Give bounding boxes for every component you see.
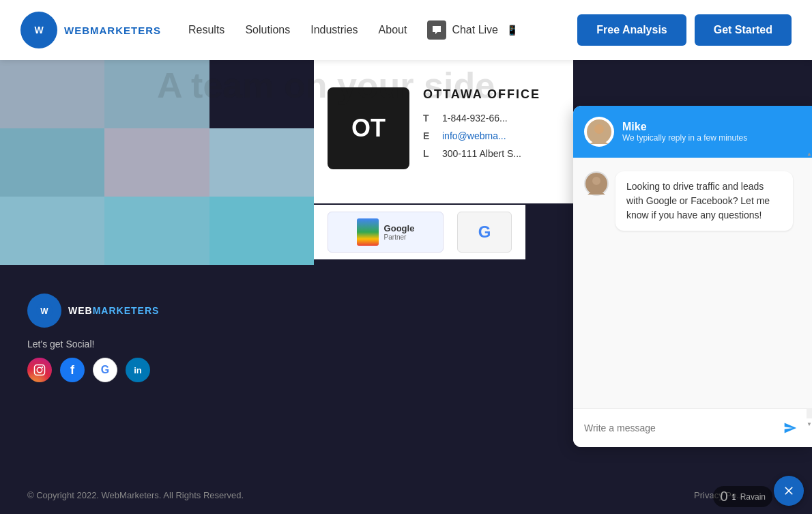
- email-value[interactable]: info@webma...: [442, 130, 506, 141]
- svg-point-6: [42, 367, 43, 368]
- footer-logo-icon: W: [27, 294, 61, 328]
- team-photo-3: [0, 128, 104, 197]
- office-address-row: L 300-111 Albert S...: [423, 148, 540, 159]
- nav-solutions[interactable]: Solutions: [245, 24, 290, 36]
- footer-logo-text: WEBMARKETERS: [68, 305, 159, 316]
- phone-value: 1-844-932-66...: [442, 113, 508, 124]
- google-partner-badge: Google Partner: [328, 212, 444, 253]
- address-label: L: [423, 148, 434, 159]
- google-review-badge: G: [457, 212, 512, 253]
- chat-message-bubble: Looking to drive traffic and leads with …: [615, 171, 793, 231]
- facebook-icon[interactable]: f: [60, 358, 85, 382]
- chat-icon: [427, 20, 446, 40]
- address-value: 300-111 Albert S...: [442, 148, 521, 159]
- svg-text:W: W: [34, 25, 44, 35]
- nav-about[interactable]: About: [379, 24, 407, 36]
- free-analysis-button[interactable]: Free Analysis: [577, 14, 686, 46]
- navbar: W WEBMARKETERS Results Solutions Industr…: [0, 0, 812, 60]
- team-photo-1: [0, 60, 104, 128]
- chat-minimize-button[interactable]: [774, 476, 804, 506]
- chat-widget: Mike We typically reply in a few minutes…: [573, 106, 812, 447]
- mobile-icon: 📱: [506, 25, 518, 35]
- team-photo-8: [209, 197, 314, 265]
- logo-area[interactable]: W WEBMARKETERS: [20, 12, 161, 48]
- chat-footer: [573, 408, 812, 447]
- team-photo-2: [104, 60, 209, 128]
- team-grid: [0, 60, 314, 265]
- phone-label: T: [423, 113, 434, 124]
- logo-text: WEBMARKETERS: [64, 25, 161, 36]
- chat-send-button[interactable]: [779, 417, 801, 439]
- chat-header: Mike We typically reply in a few minutes: [573, 106, 812, 158]
- chat-live-button[interactable]: Chat Live 📱: [427, 20, 518, 40]
- nav-results[interactable]: Results: [188, 24, 224, 36]
- email-label: E: [423, 130, 434, 141]
- chat-body: Looking to drive traffic and leads with …: [573, 158, 812, 408]
- chat-agent-avatar: [584, 117, 614, 147]
- instagram-icon[interactable]: [27, 358, 52, 382]
- office-section: OT OTTAWA OFFICE T 1-844-932-66... E inf…: [314, 60, 573, 203]
- get-started-button[interactable]: Get Started: [695, 14, 792, 46]
- team-photo-7: [104, 197, 209, 265]
- office-info: T 1-844-932-66... E info@webma... L 300-…: [423, 113, 540, 159]
- google-partner-icon: [357, 218, 379, 246]
- svg-point-5: [37, 367, 42, 373]
- logo-icon: W: [20, 12, 57, 48]
- office-email-row: E info@webma...: [423, 130, 540, 141]
- ravain-badge: 0 1 Ravain: [713, 486, 772, 507]
- partners-section: Google Partner G: [314, 205, 525, 259]
- office-title: OTTAWA OFFICE: [423, 87, 540, 102]
- linkedin-icon[interactable]: in: [126, 358, 150, 382]
- office-initials: OT: [328, 87, 409, 169]
- google-partner-label: Google: [384, 223, 415, 233]
- google-partner-sub: Partner: [384, 233, 415, 241]
- svg-point-10: [592, 177, 600, 185]
- scroll-down-arrow[interactable]: ▼: [807, 418, 812, 429]
- office-phone-row: T 1-844-932-66...: [423, 113, 540, 124]
- copyright: © Copyright 2022. WebMarketers. All Righ…: [27, 490, 244, 500]
- nav-links: Results Solutions Industries About Chat …: [188, 20, 577, 40]
- svg-rect-4: [35, 365, 45, 375]
- nav-industries[interactable]: Industries: [310, 24, 358, 36]
- svg-text:W: W: [40, 306, 48, 316]
- chat-message-input[interactable]: [584, 423, 772, 433]
- team-photo-4: [104, 128, 209, 197]
- chat-agent-status: We typically reply in a few minutes: [622, 133, 747, 143]
- svg-point-8: [594, 124, 604, 134]
- chat-message-row: Looking to drive traffic and leads with …: [584, 171, 801, 231]
- google-icon[interactable]: G: [93, 358, 117, 382]
- chat-message-avatar: [584, 171, 609, 196]
- chat-agent-name: Mike: [622, 121, 747, 133]
- team-photo-5: [209, 128, 314, 197]
- team-photo-6: [0, 197, 104, 265]
